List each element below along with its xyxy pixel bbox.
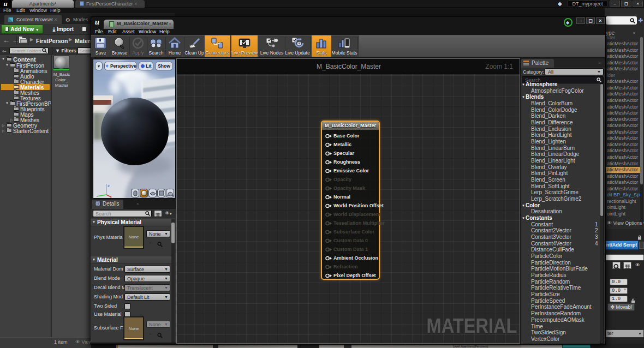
svg-text:x: x <box>110 194 112 198</box>
svg-text:z: z <box>108 183 110 188</box>
